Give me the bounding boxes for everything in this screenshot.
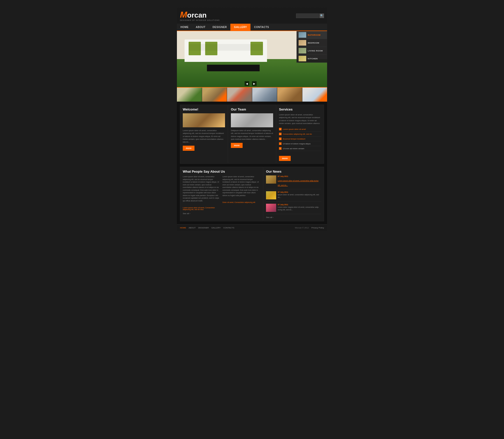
header: Morcan DESIGNER OF INTERIOR SOLUTIONS 🔍 [177, 8, 327, 24]
logo[interactable]: Morcan [180, 10, 220, 19]
service-link-2[interactable]: Consectetur adipiscing elit, sed do [283, 133, 312, 135]
news-text-3: Lorem dolor magna dolor sit amet, consec… [278, 206, 321, 211]
sofa-cushion-1 [189, 42, 201, 55]
nav-item-contacts[interactable]: CONTACTS [250, 24, 273, 31]
testimonials-title: What People Say About Us [183, 170, 260, 173]
news-box: Our News 07 July 2011 Lorem ipsum dolor … [263, 167, 324, 221]
team-title: Our Team [231, 107, 273, 111]
footer-nav: HOME ABOUT DESIGNER GALLERY CONTACTS [180, 227, 234, 229]
nav-item-designer[interactable]: DESIGNER [209, 24, 230, 31]
services-list: ▪ Lorem ipsum dolor sit amet ▪ Consectet… [279, 127, 321, 151]
thumbnail-6[interactable] [302, 88, 327, 102]
footer-nav-home[interactable]: HOME [180, 227, 186, 229]
main-nav: HOME ABOUT DESIGNER GALLERY CONTACTS [177, 24, 327, 31]
gallery-thumbnails [177, 87, 327, 102]
team-more-button[interactable]: more [231, 143, 243, 148]
bedroom-thumbnail [299, 40, 306, 46]
logo-rest: orcan [187, 11, 206, 19]
testimonial-col-1: Lorem ipsum dolor sit amet, consectetur … [183, 175, 220, 210]
thumbnail-3[interactable] [227, 88, 252, 102]
news-item-2: 07 July 2011 Ipsum dolor sit amet, conse… [266, 191, 321, 202]
testimonial-col-2: Lorem ipsum dolor sit amet, consectetur … [222, 175, 260, 210]
gallery-category-kitchen[interactable]: KITCHEN [297, 55, 327, 63]
logo-m: M [180, 10, 187, 19]
sofa-cushion-2 [205, 42, 218, 55]
service-item-3[interactable]: ▪ Eiusmod tempor incididunt [279, 136, 321, 141]
kitchen-thumbnail [299, 56, 306, 61]
welcome-text: Lorem ipsum dolor sit amet, consectetur … [183, 129, 225, 143]
news-content-2: 07 July 2011 Ipsum dolor sit amet, conse… [278, 191, 321, 199]
main-gallery-image: BATHROOM BEDROOM LIVING ROOM KITCHEN ◀ ▶ [177, 31, 327, 87]
news-title: Our News [266, 170, 321, 173]
service-icon-2: ▪ [279, 133, 282, 135]
thumbnail-5[interactable] [277, 88, 302, 102]
services-title: Services [279, 107, 321, 111]
bathroom-thumbnail [299, 32, 306, 38]
nav-item-about[interactable]: ABOUT [192, 24, 209, 31]
welcome-image [183, 113, 225, 127]
service-link-3[interactable]: Eiusmod tempor incididunt [283, 138, 305, 140]
news-thumb-1 [266, 175, 276, 184]
news-content-3: 07 July 2011 Lorem dolor magna dolor sit… [278, 204, 321, 212]
search-button[interactable]: 🔍 [319, 13, 324, 18]
footer-nav-gallery[interactable]: GALLERY [211, 227, 221, 229]
bathroom-label: BATHROOM [308, 34, 321, 36]
search-input[interactable] [296, 13, 319, 18]
news-item-1: 07 July 2011 Lorem ipsum dolor sit amet,… [266, 175, 321, 189]
gallery-prev-arrow[interactable]: ◀ [245, 81, 249, 86]
footer-nav-designer[interactable]: DESIGNER [198, 227, 209, 229]
service-icon-1: ▪ [279, 128, 282, 130]
thumbnail-1[interactable] [177, 88, 202, 102]
news-text-2: Ipsum dolor sit amet, consectetur adipis… [278, 194, 321, 199]
gallery-category-bedroom[interactable]: BEDROOM [297, 39, 327, 47]
service-icon-5: ▪ [279, 147, 282, 150]
nav-item-gallery[interactable]: GALLERY [230, 24, 250, 31]
service-icon-3: ▪ [279, 138, 282, 140]
gallery-category-living-room[interactable]: LIVING ROOM [297, 47, 327, 55]
testimonials-columns: Lorem ipsum dolor sit amet, consectetur … [183, 175, 260, 210]
three-columns: Welcome! Lorem ipsum dolor sit amet, con… [177, 102, 327, 167]
services-box: Services Lorem ipsum dolor sit amet, con… [276, 105, 324, 164]
gallery-next-arrow[interactable]: ▶ [252, 81, 257, 86]
team-image [231, 113, 273, 127]
site-wrapper: Morcan DESIGNER OF INTERIOR SOLUTIONS 🔍 … [177, 8, 327, 231]
news-link-1[interactable]: Lorem ipsum dolor sit amet, consectetur … [278, 180, 318, 186]
welcome-more-button[interactable]: more [183, 146, 194, 151]
logo-area: Morcan DESIGNER OF INTERIOR SOLUTIONS [180, 10, 220, 21]
news-date-3: 07 July 2011 [278, 204, 321, 205]
service-text-5: Ut enim ad minim veniam [283, 147, 304, 150]
coffee-table [207, 65, 260, 71]
news-see-all[interactable]: See all › [266, 216, 321, 218]
footer-right: Morcan © 2012 Privacy Policy [295, 227, 324, 229]
gallery-section: BATHROOM BEDROOM LIVING ROOM KITCHEN ◀ ▶ [177, 31, 327, 102]
service-item-4[interactable]: ▪ Ut labore et dolore magna aliqua [279, 141, 321, 146]
service-link-1[interactable]: Lorem ipsum dolor sit amet [283, 128, 306, 130]
team-box: Our Team Dellpsum dolor sit amet, consec… [228, 105, 276, 164]
welcome-box: Welcome! Lorem ipsum dolor sit amet, con… [180, 105, 228, 164]
welcome-title: Welcome! [183, 107, 225, 111]
footer-privacy-link[interactable]: Privacy Policy [311, 227, 324, 229]
footer: HOME ABOUT DESIGNER GALLERY CONTACTS Mor… [177, 224, 327, 231]
sofa-cushion-3 [250, 42, 263, 55]
gallery-dropdown: BATHROOM BEDROOM LIVING ROOM KITCHEN [297, 31, 327, 63]
bottom-section: What People Say About Us Lorem ipsum dol… [177, 167, 327, 224]
footer-nav-about[interactable]: ABOUT [189, 227, 196, 229]
service-item-5[interactable]: ▪ Ut enim ad minim veniam [279, 146, 321, 151]
news-thumb-3 [266, 204, 276, 212]
service-text-4: Ut labore et dolore magna aliqua [283, 143, 311, 145]
service-icon-4: ▪ [279, 142, 282, 145]
thumbnail-2[interactable] [202, 88, 227, 102]
thumbnail-4[interactable] [252, 88, 277, 102]
news-content-1: 07 July 2011 Lorem ipsum dolor sit amet,… [278, 175, 321, 187]
gallery-category-bathroom[interactable]: BATHROOM [297, 31, 327, 39]
nav-item-home[interactable]: HOME [177, 24, 192, 31]
service-item-1[interactable]: ▪ Lorem ipsum dolor sit amet [279, 127, 321, 132]
services-more-button[interactable]: more [279, 156, 291, 161]
footer-nav-contacts[interactable]: CONTACTS [223, 227, 234, 229]
service-item-2[interactable]: ▪ Consectetur adipiscing elit, sed do [279, 132, 321, 136]
living-room-thumbnail [299, 48, 306, 53]
living-room-label: LIVING ROOM [308, 50, 323, 52]
room-sofa [185, 39, 267, 62]
testimonials-see-all[interactable]: See all › [183, 212, 260, 215]
services-intro: Lorem ipsum dolor sit amet, consectetur … [279, 113, 321, 125]
